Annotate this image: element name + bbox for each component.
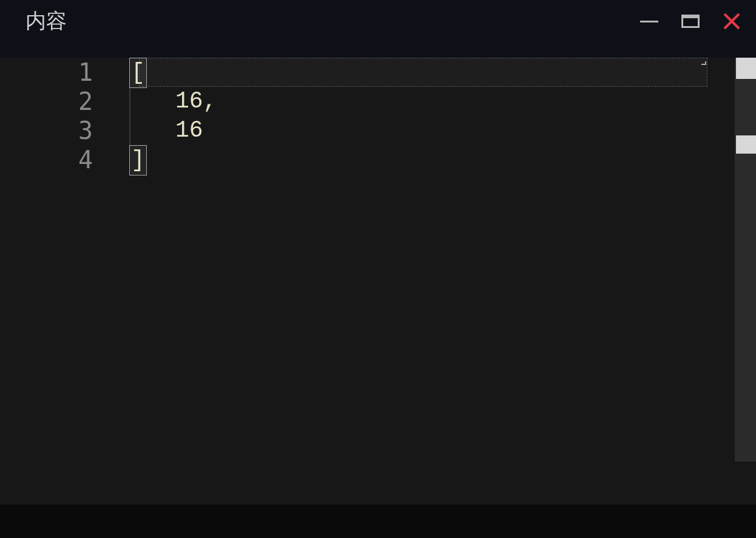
window-title: 内容 — [25, 7, 67, 35]
maximize-button[interactable] — [678, 9, 703, 33]
bracket-close: ] — [129, 145, 147, 175]
line-number: 4 — [0, 145, 93, 174]
minimize-button[interactable] — [637, 9, 661, 33]
line-number: 3 — [0, 116, 93, 145]
code-text: 16 — [175, 117, 203, 143]
code-line-3[interactable]: 16 — [129, 116, 756, 145]
maximize-icon — [681, 15, 700, 28]
line-number: 2 — [0, 87, 93, 116]
vertical-scrollbar[interactable] — [735, 58, 756, 461]
close-icon — [723, 12, 741, 30]
indent-guide — [129, 116, 130, 145]
window-controls — [637, 9, 744, 33]
minimap-highlight[interactable] — [736, 135, 756, 154]
close-button[interactable] — [720, 9, 744, 33]
code-line-1[interactable]: [ — [129, 58, 756, 87]
line-number: 1 — [0, 58, 93, 87]
code-line-2[interactable]: 16, — [129, 87, 756, 116]
title-bar: 内容 — [0, 0, 756, 43]
line-number-gutter: 1 2 3 4 — [0, 58, 129, 538]
code-content[interactable]: [ 16, 16 ] — [129, 58, 756, 538]
bracket-open: [ — [129, 58, 147, 88]
indent-guide — [129, 87, 130, 116]
code-text: 16, — [175, 88, 217, 114]
cursor-indicator — [701, 61, 706, 65]
scrollbar-thumb[interactable] — [736, 58, 756, 79]
bottom-bar — [0, 505, 756, 538]
editor-area[interactable]: 1 2 3 4 [ 16, 16 ] — [0, 58, 756, 538]
code-line-4[interactable]: ] — [129, 145, 756, 174]
minimize-icon — [640, 21, 658, 22]
